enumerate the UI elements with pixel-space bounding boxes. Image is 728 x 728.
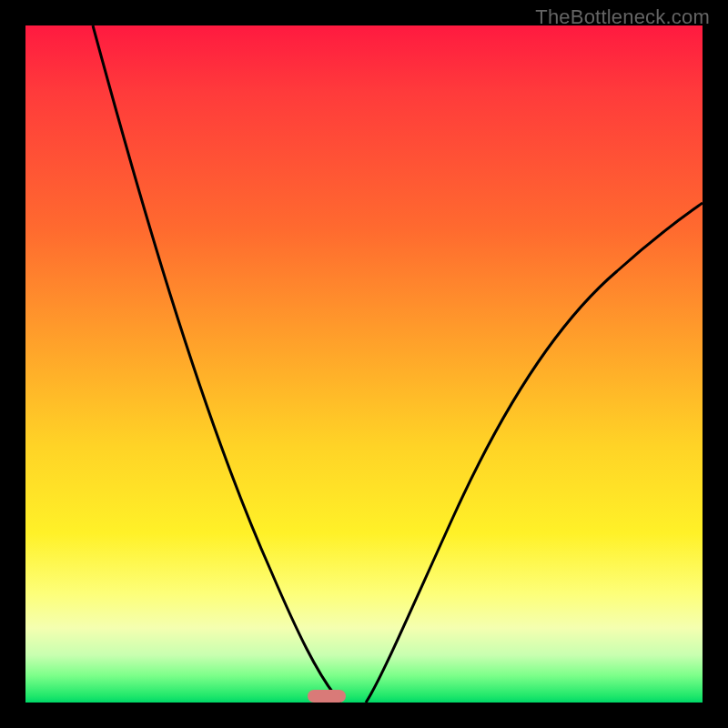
watermark-text: TheBottleneck.com <box>535 5 710 29</box>
chart-gradient-background <box>25 25 703 703</box>
chart-frame: TheBottleneck.com <box>0 0 728 728</box>
bottleneck-marker <box>308 690 346 703</box>
